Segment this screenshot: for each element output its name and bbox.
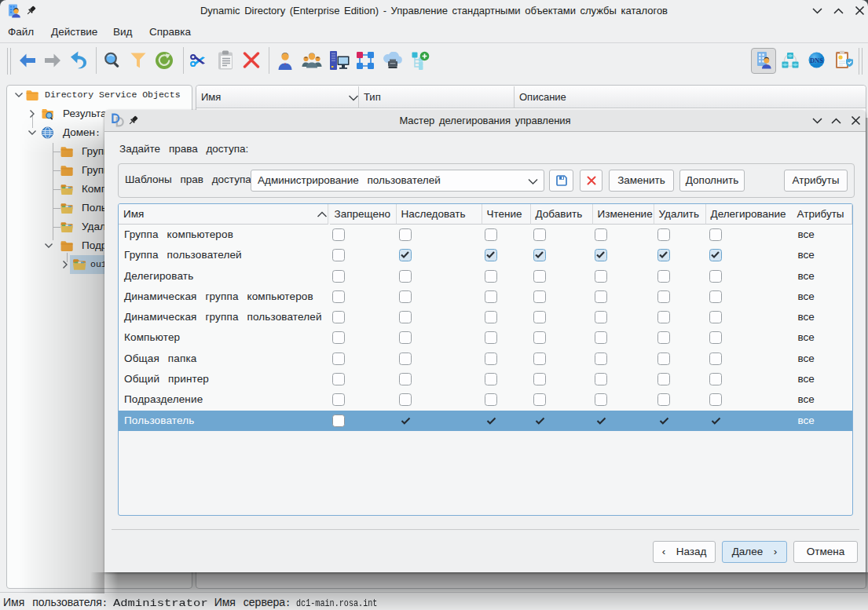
svg-text:DNS: DNS: [810, 57, 823, 64]
